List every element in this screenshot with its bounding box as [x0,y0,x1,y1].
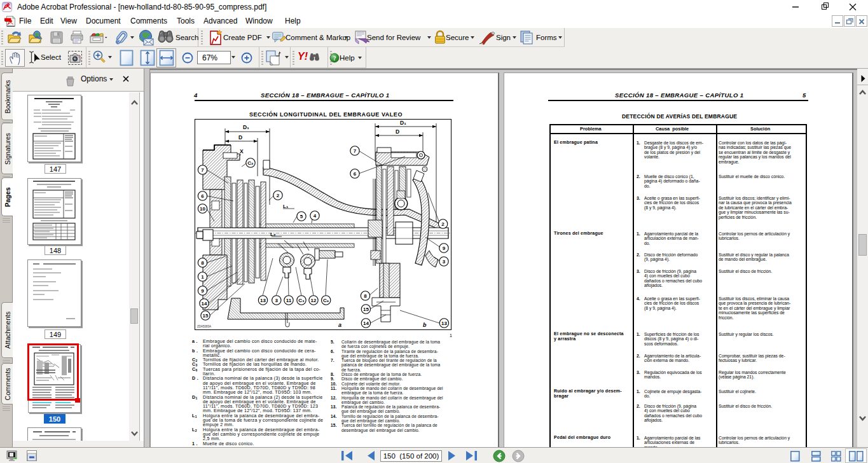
svg-text:ZDA5083A: ZDA5083A [197,325,211,328]
svg-text:6: 6 [201,193,204,199]
svg-text:2: 2 [277,193,280,198]
svg-text:13: 13 [441,321,447,326]
svg-text:9: 9 [201,288,204,294]
svg-text:14: 14 [202,301,207,307]
svg-text:D: D [238,134,242,141]
svg-text:7: 7 [354,148,357,154]
svg-text:?: ? [333,55,336,62]
svg-text:D: D [396,128,399,135]
svg-text:D₁: D₁ [243,124,249,130]
svg-text:14: 14 [363,321,369,326]
svg-text:11: 11 [286,298,292,303]
svg-text:8: 8 [364,293,367,299]
svg-text:X: X [240,148,244,155]
svg-text:C₂: C₂ [247,160,254,166]
svg-text:L₂: L₂ [270,232,276,237]
svg-text:a: a [338,322,341,328]
svg-text:C₃: C₃ [298,298,305,303]
svg-text:10: 10 [200,206,205,212]
svg-text:C₆: C₆ [323,298,329,303]
svg-text:13: 13 [260,298,266,303]
svg-text:3: 3 [275,298,279,303]
svg-text:4: 4 [313,213,317,219]
svg-text:b: b [423,322,427,328]
svg-text:15: 15 [203,313,209,319]
svg-text:5: 5 [300,214,303,219]
svg-text:15: 15 [363,307,369,312]
svg-text:D₁: D₁ [400,120,406,126]
svg-text:3: 3 [443,259,446,265]
svg-text:8: 8 [201,260,204,266]
svg-text:7: 7 [201,167,204,173]
svg-text:12: 12 [311,298,317,303]
svg-text:2: 2 [441,221,444,227]
svg-text:1: 1 [201,274,204,280]
svg-text:9: 9 [443,245,446,251]
svg-text:L₁: L₁ [283,204,289,209]
svg-text:6: 6 [354,171,357,177]
